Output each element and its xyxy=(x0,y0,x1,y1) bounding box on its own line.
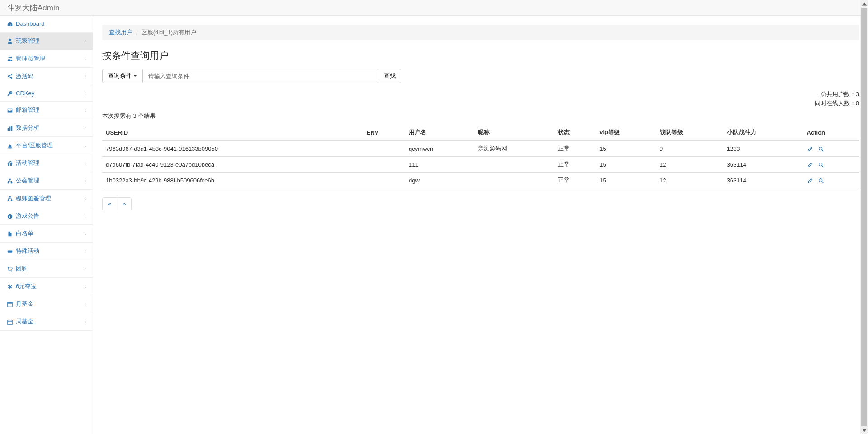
cell-power: 1233 xyxy=(723,140,803,157)
sidebar-item-dashboard[interactable]: Dashboard xyxy=(0,16,93,33)
sitemap-icon xyxy=(7,177,13,184)
search-input[interactable] xyxy=(143,69,378,83)
cell-team_level: 12 xyxy=(656,157,723,173)
dashboard-icon xyxy=(7,20,13,28)
sidebar-item-4[interactable]: 邮箱管理 ‹ xyxy=(0,102,93,119)
svg-rect-3 xyxy=(8,128,9,131)
table-header: Action xyxy=(803,125,859,140)
cell-status: 正常 xyxy=(554,157,596,173)
chevron-left-icon: ‹ xyxy=(85,126,86,131)
building-icon xyxy=(7,142,13,149)
cell-nickname xyxy=(474,157,554,173)
sidebar-item-14[interactable]: 6元夺宝 ‹ xyxy=(0,278,93,295)
app-title: 斗罗大陆Admin xyxy=(7,3,59,13)
page-title: 按条件查询用户 xyxy=(102,49,859,62)
sidebar-item-label: 6元夺宝 xyxy=(16,282,37,290)
sidebar-item-5[interactable]: 数据分析 ‹ xyxy=(0,119,93,137)
breadcrumb-link[interactable]: 查找用户 xyxy=(109,28,132,37)
cell-env xyxy=(363,157,405,173)
table-header: 小队战斗力 xyxy=(723,125,803,140)
chevron-left-icon: ‹ xyxy=(85,231,86,236)
search-button[interactable]: 查找 xyxy=(378,69,401,83)
edit-button[interactable] xyxy=(807,145,813,152)
sidebar-item-3[interactable]: CDKey ‹ xyxy=(0,85,93,102)
sidebar-item-label: 邮箱管理 xyxy=(16,106,39,114)
search-dropdown-button[interactable]: 查询条件 xyxy=(102,69,143,83)
cell-vip: 15 xyxy=(596,173,656,188)
svg-point-22 xyxy=(819,163,822,166)
users-icon xyxy=(7,55,13,62)
caret-down-icon xyxy=(133,75,137,77)
svg-rect-5 xyxy=(11,126,13,131)
cell-status: 正常 xyxy=(554,173,596,188)
scrollbar-up-button[interactable] xyxy=(860,0,868,8)
chevron-left-icon: ‹ xyxy=(85,178,86,183)
pagination-prev-button[interactable]: « xyxy=(103,198,117,210)
view-button[interactable] xyxy=(818,145,824,152)
view-button[interactable] xyxy=(818,161,824,168)
scrollbar[interactable] xyxy=(860,0,868,434)
stats: 总共用户数：3 同时在线人数：0 xyxy=(102,90,859,107)
table-header: 用户名 xyxy=(405,125,474,140)
online-users-stat: 同时在线人数：0 xyxy=(102,99,859,108)
navbar: 斗罗大陆Admin xyxy=(0,0,868,16)
cell-power: 363114 xyxy=(723,157,803,173)
search-group: 查询条件 查找 xyxy=(102,69,401,83)
pagination: « » xyxy=(102,197,132,210)
sidebar-item-1[interactable]: 管理员管理 ‹ xyxy=(0,50,93,68)
scrollbar-down-button[interactable] xyxy=(860,426,868,434)
sidebar-item-label: 管理员管理 xyxy=(16,55,45,63)
sidebar-item-label: 特殊活动 xyxy=(16,247,39,255)
pagination-next-button[interactable]: » xyxy=(117,198,131,210)
sidebar-item-9[interactable]: 魂师图鉴管理 ‹ xyxy=(0,190,93,207)
sidebar-item-label: 白名单 xyxy=(16,229,33,238)
sidebar-item-7[interactable]: 活动管理 ‹ xyxy=(0,154,93,172)
sidebar-item-2[interactable]: 激活码 ‹ xyxy=(0,68,93,85)
cell-userid: 7963d967-d3d1-4b3c-9041-916133b09050 xyxy=(102,140,363,157)
view-button[interactable] xyxy=(818,177,824,184)
sidebar-item-label: 平台/区服管理 xyxy=(16,141,53,149)
svg-point-18 xyxy=(11,271,12,271)
cell-userid: d7d607fb-7fad-4c40-9123-e0a7bd10beca xyxy=(102,157,363,173)
sidebar-item-label: 游戏公告 xyxy=(16,212,39,220)
sidebar-item-16[interactable]: 周基金 ‹ xyxy=(0,313,93,331)
calendar-icon xyxy=(7,300,13,308)
chevron-left-icon: ‹ xyxy=(85,196,86,201)
sidebar-item-13[interactable]: 团购 ‹ xyxy=(0,260,93,278)
scrollbar-thumb[interactable] xyxy=(861,8,867,426)
sidebar-item-10[interactable]: 游戏公告 ‹ xyxy=(0,207,93,225)
cell-action xyxy=(803,140,859,157)
chevron-left-icon: ‹ xyxy=(85,143,86,148)
cell-vip: 15 xyxy=(596,140,656,157)
cell-env xyxy=(363,140,405,157)
sidebar-item-8[interactable]: 公会管理 ‹ xyxy=(0,172,93,190)
sidebar-item-12[interactable]: 特殊活动 ‹ xyxy=(0,243,93,260)
svg-rect-20 xyxy=(8,320,13,325)
cell-vip: 15 xyxy=(596,157,656,173)
cell-power: 363114 xyxy=(723,173,803,188)
sidebar-item-label: Dashboard xyxy=(16,20,45,27)
inbox-icon xyxy=(7,107,13,114)
svg-rect-11 xyxy=(8,182,9,184)
svg-point-21 xyxy=(819,147,822,150)
chevron-left-icon: ‹ xyxy=(85,56,86,61)
sidebar-item-11[interactable]: 白名单 ‹ xyxy=(0,225,93,243)
sidebar-item-0[interactable]: 玩家管理 ‹ xyxy=(0,33,93,50)
result-count: 本次搜索有 3 个结果 xyxy=(102,112,859,120)
sidebar-item-6[interactable]: 平台/区服管理 ‹ xyxy=(0,137,93,154)
edit-button[interactable] xyxy=(807,161,813,168)
ticket-icon xyxy=(7,247,13,255)
gift-icon xyxy=(7,159,13,167)
chevron-left-icon: ‹ xyxy=(85,266,86,271)
svg-rect-14 xyxy=(8,200,9,201)
sidebar-item-label: CDKey xyxy=(16,90,34,97)
table-header: 状态 xyxy=(554,125,596,140)
sidebar-item-label: 数据分析 xyxy=(16,124,39,132)
svg-rect-6 xyxy=(9,147,11,148)
sidebar-item-15[interactable]: 月基金 ‹ xyxy=(0,295,93,313)
edit-button[interactable] xyxy=(807,177,813,184)
chevron-left-icon: ‹ xyxy=(85,38,86,43)
cell-env xyxy=(363,173,405,188)
chevron-left-icon: ‹ xyxy=(85,108,86,113)
svg-point-17 xyxy=(9,271,9,271)
